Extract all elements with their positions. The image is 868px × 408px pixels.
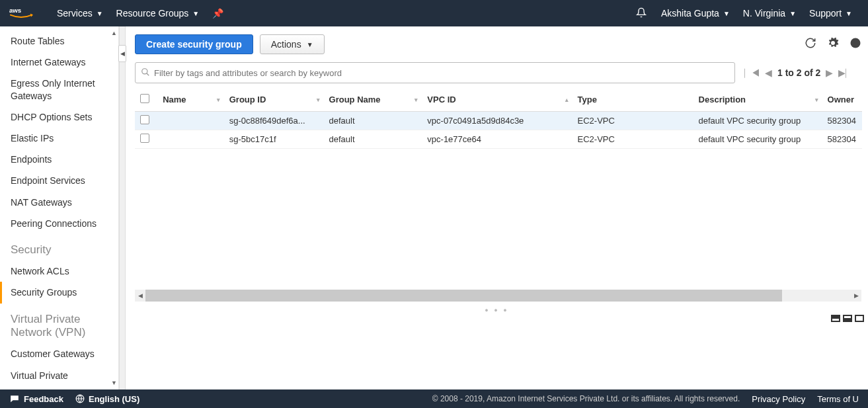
scroll-down-icon[interactable]: ▼ [111, 378, 117, 388]
col-vpc-id[interactable]: VPC ID▴ [422, 89, 572, 111]
toolbar: Create security group Actions▼ [135, 34, 868, 54]
page-last-icon[interactable]: ▶⎸ [838, 67, 853, 79]
search-input[interactable] [154, 68, 729, 78]
sidebar-heading-security: Security [0, 234, 110, 261]
services-label: Services [57, 8, 93, 19]
cell-group-name: default [324, 111, 422, 130]
language-selector[interactable]: English (US) [75, 394, 139, 404]
table-row[interactable]: sg-0c88f649def6a... default vpc-07c0491a… [135, 111, 862, 130]
pin-icon[interactable]: 📌 [206, 8, 230, 19]
scroll-left-icon[interactable]: ◀ [135, 290, 145, 302]
help-icon[interactable] [849, 37, 861, 52]
cell-vpc-id: vpc-1e77ce64 [422, 130, 572, 148]
page-text: 1 to 2 of 2 [777, 67, 820, 78]
chevron-down-icon: ▼ [846, 10, 852, 17]
chevron-down-icon: ▼ [723, 10, 730, 17]
col-type[interactable]: Type [572, 89, 693, 111]
sidebar-item-endpoint-services[interactable]: Endpoint Services [0, 170, 110, 191]
sidebar: Route Tables Internet Gateways Egress On… [0, 26, 110, 389]
search-icon [141, 67, 150, 79]
sidebar-scrollbar[interactable]: ▲ ▼ [110, 26, 119, 389]
sidebar-item-customer-gateways[interactable]: Customer Gateways [0, 343, 110, 364]
layout-option-2[interactable] [843, 315, 852, 322]
actions-button[interactable]: Actions▼ [260, 34, 325, 54]
aws-logo[interactable]: aws [9, 6, 33, 20]
feedback-label: Feedback [24, 394, 63, 404]
pane-resize-handle[interactable]: ● ● ● [485, 307, 508, 313]
sidebar-item-egress-only[interactable]: Egress Only Internet Gateways [0, 73, 110, 106]
top-nav: aws Services▼ Resource Groups▼ 📌 Akshita… [0, 0, 868, 26]
chevron-down-icon: ▼ [789, 10, 796, 17]
layout-toggles [831, 315, 864, 322]
col-name[interactable]: Name▾ [157, 89, 224, 111]
cell-group-name: default [324, 130, 422, 148]
user-menu[interactable]: Akshita Gupta▼ [654, 0, 736, 26]
row-checkbox[interactable] [140, 115, 149, 124]
col-description[interactable]: Description▾ [693, 89, 822, 111]
chevron-down-icon: ▼ [97, 10, 103, 17]
col-owner[interactable]: Owner [822, 89, 862, 111]
sidebar-item-route-tables[interactable]: Route Tables [0, 30, 110, 52]
sidebar-collapse-handle[interactable]: ◀ [119, 26, 126, 389]
cell-group-id: sg-0c88f649def6a... [224, 111, 324, 130]
actions-label: Actions [271, 39, 301, 50]
sidebar-item-endpoints[interactable]: Endpoints [0, 149, 110, 170]
cell-owner: 582304 [822, 111, 862, 130]
sidebar-item-peering[interactable]: Peering Connections [0, 213, 110, 234]
region-menu[interactable]: N. Virginia▼ [736, 0, 803, 26]
sort-icon: ▾ [414, 97, 418, 103]
table-row[interactable]: sg-5bc17c1f default vpc-1e77ce64 EC2-VPC… [135, 130, 862, 148]
sidebar-item-dhcp[interactable]: DHCP Options Sets [0, 106, 110, 128]
page-prev-icon[interactable]: ◀ [765, 67, 772, 78]
services-menu[interactable]: Services▼ [50, 0, 110, 26]
cell-vpc-id: vpc-07c0491a5d9d84c3e [422, 111, 572, 130]
refresh-icon[interactable] [805, 37, 816, 52]
scroll-up-icon[interactable]: ▲ [111, 28, 117, 38]
resource-groups-menu[interactable]: Resource Groups▼ [110, 0, 206, 26]
feedback-link[interactable]: Feedback [9, 394, 63, 404]
col-group-id[interactable]: Group ID▾ [224, 89, 324, 111]
support-label: Support [809, 8, 842, 19]
sort-icon: ▾ [815, 97, 818, 103]
sidebar-heading-vpn: Virtual Private Network (VPN) [0, 304, 110, 344]
select-all-header[interactable] [135, 89, 157, 111]
sidebar-item-virtual-private[interactable]: Virtual Private [0, 365, 110, 386]
support-menu[interactable]: Support▼ [803, 0, 859, 26]
row-checkbox[interactable] [140, 134, 149, 143]
terms-link[interactable]: Terms of U [817, 394, 859, 404]
layout-option-3[interactable] [855, 315, 864, 322]
layout-option-1[interactable] [831, 315, 840, 322]
svg-line-3 [147, 73, 149, 75]
create-security-group-button[interactable]: Create security group [135, 34, 253, 54]
sidebar-item-elastic-ips[interactable]: Elastic IPs [0, 128, 110, 149]
sort-icon: ▾ [317, 97, 320, 103]
settings-icon[interactable] [827, 37, 839, 52]
sidebar-item-internet-gateways[interactable]: Internet Gateways [0, 52, 110, 73]
svg-point-1 [851, 38, 861, 48]
resource-groups-label: Resource Groups [116, 8, 189, 19]
region-label: N. Virginia [743, 8, 785, 19]
col-group-name[interactable]: Group Name▾ [324, 89, 422, 111]
sidebar-item-network-acls[interactable]: Network ACLs [0, 261, 110, 282]
sidebar-item-nat-gateways[interactable]: NAT Gateways [0, 192, 110, 213]
privacy-policy-link[interactable]: Privacy Policy [752, 394, 805, 404]
cell-type: EC2-VPC [572, 111, 693, 130]
cell-name [157, 130, 224, 148]
scroll-thumb[interactable] [145, 290, 782, 302]
sort-icon: ▾ [217, 97, 220, 103]
search-box[interactable] [135, 62, 735, 83]
security-groups-table: Name▾ Group ID▾ Group Name▾ VPC ID▴ Type… [135, 89, 862, 149]
cell-group-id: sg-5bc17c1f [224, 130, 324, 148]
horizontal-scrollbar[interactable]: ◀ ▶ [135, 290, 861, 302]
language-label: English (US) [89, 394, 139, 404]
svg-text:aws: aws [9, 7, 21, 14]
cell-name [157, 111, 224, 130]
notifications-icon[interactable] [628, 7, 654, 20]
sidebar-item-security-groups[interactable]: Security Groups [0, 282, 110, 303]
pager: ⎸◀ ◀ 1 to 2 of 2 ▶ ▶⎸ [744, 67, 860, 79]
page-next-icon[interactable]: ▶ [826, 67, 833, 78]
chevron-down-icon: ▼ [307, 41, 313, 48]
scroll-right-icon[interactable]: ▶ [851, 290, 861, 302]
chevron-down-icon: ▼ [192, 10, 199, 17]
page-first-icon[interactable]: ⎸◀ [744, 67, 760, 79]
